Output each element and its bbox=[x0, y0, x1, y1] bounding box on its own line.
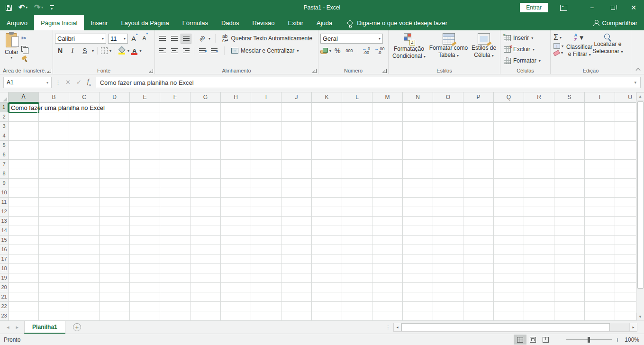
sheet-tab-planilha1[interactable]: Planilha1 bbox=[24, 321, 65, 334]
column-header-L[interactable]: L bbox=[342, 92, 372, 103]
scroll-up-button[interactable]: ▲ bbox=[636, 92, 644, 100]
insert-function-button[interactable]: fx bbox=[87, 78, 91, 87]
sort-filter-button[interactable]: AZ▼ Classificare Filtrar ▾ bbox=[564, 32, 592, 66]
fill-color-button[interactable] bbox=[118, 47, 126, 54]
scroll-right-button[interactable]: ▸ bbox=[629, 323, 637, 331]
insert-cells-button[interactable]: Inserir ▾ bbox=[502, 32, 548, 44]
ribbon-tab-exibir[interactable]: Exibir bbox=[281, 15, 310, 30]
normal-view-button[interactable] bbox=[514, 335, 526, 345]
number-format-select[interactable]: Geral▾ bbox=[320, 34, 383, 44]
zoom-slider-thumb[interactable] bbox=[588, 337, 590, 343]
redo-button[interactable]: ↷▾ bbox=[34, 4, 43, 11]
page-break-view-button[interactable] bbox=[539, 335, 552, 345]
column-header-J[interactable]: J bbox=[281, 92, 312, 103]
font-size-select[interactable]: 11▾ bbox=[108, 34, 128, 44]
row-header-3[interactable]: 3 bbox=[0, 122, 9, 131]
find-select-button[interactable]: Localizar eSelecionar ▾ bbox=[592, 32, 623, 66]
column-header-O[interactable]: O bbox=[433, 92, 463, 103]
row-header-22[interactable]: 22 bbox=[0, 302, 9, 311]
row-header-15[interactable]: 15 bbox=[0, 236, 9, 245]
column-header-H[interactable]: H bbox=[221, 92, 251, 103]
ribbon-tab-arquivo[interactable]: Arquivo bbox=[0, 15, 34, 30]
column-header-D[interactable]: D bbox=[100, 92, 130, 103]
align-right-button[interactable] bbox=[181, 46, 191, 56]
horizontal-scrollbar[interactable]: ◂ ▸ bbox=[393, 323, 637, 332]
minimize-button[interactable]: − bbox=[581, 0, 602, 15]
fill-button[interactable]: ↓▾ bbox=[553, 43, 563, 49]
column-header-F[interactable]: F bbox=[160, 92, 190, 103]
row-header-12[interactable]: 12 bbox=[0, 207, 9, 217]
undo-button[interactable]: ↶▾ bbox=[18, 4, 27, 11]
vertical-scroll-thumb[interactable] bbox=[637, 101, 644, 289]
enter-button[interactable]: ✓ bbox=[76, 79, 82, 86]
column-header-N[interactable]: N bbox=[403, 92, 433, 103]
orientation-caret-icon[interactable]: ▾ bbox=[209, 36, 210, 41]
zoom-in-button[interactable]: + bbox=[616, 336, 619, 344]
row-header-20[interactable]: 20 bbox=[0, 283, 9, 292]
orientation-button[interactable]: ab bbox=[197, 34, 208, 44]
align-center-button[interactable] bbox=[169, 46, 180, 56]
scroll-down-button[interactable]: ▼ bbox=[636, 313, 644, 321]
decrease-decimal-button[interactable]: →.00.0 bbox=[373, 47, 386, 54]
increase-font-size-button[interactable]: A▴ bbox=[130, 35, 139, 43]
autosum-button[interactable]: Σ▾ bbox=[553, 34, 563, 41]
increase-decimal-button[interactable]: ←.0.00 bbox=[361, 47, 372, 54]
row-header-7[interactable]: 7 bbox=[0, 160, 9, 169]
copy-button[interactable]: ▾ bbox=[21, 45, 32, 53]
column-header-K[interactable]: K bbox=[312, 92, 342, 103]
borders-caret-icon[interactable]: ▾ bbox=[109, 49, 111, 53]
borders-button[interactable] bbox=[101, 47, 108, 54]
bottom-align-button[interactable] bbox=[181, 34, 191, 44]
underline-button[interactable]: S bbox=[80, 47, 90, 54]
horizontal-scrollbar-grip[interactable]: ⋮ bbox=[386, 321, 393, 334]
row-header-14[interactable]: 14 bbox=[0, 226, 9, 236]
font-color-caret-icon[interactable]: ▾ bbox=[139, 49, 141, 53]
save-button[interactable] bbox=[6, 5, 12, 11]
row-header-23[interactable]: 23 bbox=[0, 311, 9, 321]
row-header-17[interactable]: 17 bbox=[0, 254, 9, 264]
share-button[interactable]: Compartilhar bbox=[593, 15, 644, 30]
accounting-format-button[interactable] bbox=[320, 48, 328, 54]
horizontal-scroll-thumb[interactable] bbox=[401, 323, 610, 331]
row-header-16[interactable]: 16 bbox=[0, 245, 9, 254]
merge-center-caret-icon[interactable]: ▾ bbox=[297, 49, 299, 53]
cells-area[interactable] bbox=[9, 103, 636, 321]
column-header-T[interactable]: T bbox=[585, 92, 615, 103]
insert-cells-caret-icon[interactable]: ▾ bbox=[531, 36, 533, 40]
decrease-font-size-button[interactable]: A▾ bbox=[141, 35, 150, 42]
column-header-P[interactable]: P bbox=[463, 92, 494, 103]
row-header-10[interactable]: 10 bbox=[0, 188, 9, 198]
font-dialog-launcher[interactable] bbox=[149, 69, 153, 73]
conditional-formatting-button[interactable]: ≠ FormataçãoCondicional ▾ bbox=[392, 32, 426, 66]
alignment-dialog-launcher[interactable] bbox=[312, 69, 317, 73]
column-header-R[interactable]: R bbox=[524, 92, 554, 103]
column-header-E[interactable]: E bbox=[130, 92, 160, 103]
ribbon-tab-fórmulas[interactable]: Fórmulas bbox=[176, 15, 215, 30]
cancel-button[interactable]: ✕ bbox=[65, 79, 71, 86]
vertical-scrollbar[interactable]: ▲ ▼ bbox=[636, 92, 644, 321]
restore-button[interactable] bbox=[602, 0, 623, 15]
next-sheet-button[interactable]: ▸ bbox=[16, 324, 19, 330]
fill-handle[interactable] bbox=[37, 111, 40, 113]
paste-caret-icon[interactable]: ▾ bbox=[10, 55, 12, 60]
undo-caret-icon[interactable]: ▾ bbox=[26, 6, 27, 9]
previous-sheet-button[interactable]: ◂ bbox=[7, 324, 9, 330]
row-header-5[interactable]: 5 bbox=[0, 141, 9, 150]
close-button[interactable]: ✕ bbox=[623, 0, 644, 15]
row-header-18[interactable]: 18 bbox=[0, 264, 9, 273]
column-header-Q[interactable]: Q bbox=[494, 92, 524, 103]
format-cells-caret-icon[interactable]: ▾ bbox=[539, 59, 541, 63]
column-header-B[interactable]: B bbox=[39, 92, 69, 103]
column-header-C[interactable]: C bbox=[69, 92, 100, 103]
row-header-13[interactable]: 13 bbox=[0, 217, 9, 226]
ribbon-tab-página-inicial[interactable]: Página Inicial bbox=[34, 15, 84, 30]
row-header-4[interactable]: 4 bbox=[0, 131, 9, 141]
spreadsheet-grid[interactable]: ABCDEFGHIJKLMNOPQRSTU 123456789101112131… bbox=[0, 92, 644, 321]
row-header-19[interactable]: 19 bbox=[0, 273, 9, 283]
customize-qat-button[interactable]: ▾ bbox=[50, 5, 54, 10]
active-cell-A1[interactable] bbox=[9, 103, 39, 113]
accounting-caret-icon[interactable]: ▾ bbox=[329, 49, 331, 53]
formula-input[interactable]: Como fazer uma planilha no Excel▾ bbox=[96, 77, 641, 88]
collapse-ribbon-button[interactable] bbox=[636, 68, 640, 72]
middle-align-button[interactable] bbox=[169, 34, 180, 44]
